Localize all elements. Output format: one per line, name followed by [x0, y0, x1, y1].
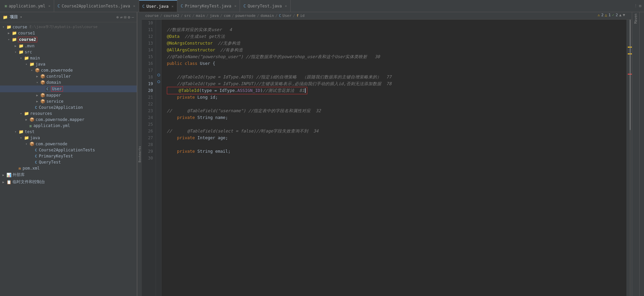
code-token: private [177, 94, 195, 101]
code-token [169, 87, 179, 94]
tree-item-com-powernode-test[interactable]: ▾ 📦 com.powernode [0, 141, 137, 147]
scrollbar-thumb[interactable] [630, 20, 630, 130]
breadcrumb-domain[interactable]: domain [261, 14, 274, 18]
breadcrumb-powernode[interactable]: powernode [236, 14, 256, 18]
project-dropdown-arrow[interactable]: ▾ [20, 15, 22, 19]
maven-label[interactable]: Maven [634, 14, 638, 24]
tree-item-java-main[interactable]: ▾ 📁 java [0, 61, 137, 67]
code-line-24: private String name; [167, 114, 626, 121]
tree-item-powernode-mapper[interactable]: ▶ 📦 com.powernode.mapper [0, 117, 137, 123]
tree-item-main[interactable]: ▾ 📁 main [0, 55, 137, 61]
tree-item-course2-app-tests[interactable]: C Course2ApplicationTests [0, 147, 137, 153]
breadcrumb-id-icon: f [296, 14, 299, 18]
pom-icon: m [19, 166, 21, 171]
tree-item-controller[interactable]: ▶ 📦 controller [0, 73, 137, 79]
line-numbers: 10 11 12 13 14 15 16 17 18 19 20 21 22 2… [142, 20, 156, 296]
breadcrumb-id[interactable]: id [300, 14, 305, 18]
tree-item-domain[interactable]: ▾ 📦 domain [0, 79, 137, 85]
tab-course2-app-tests[interactable]: C Course2ApplicationTests.java ✕ [54, 0, 139, 12]
breadcrumb-main[interactable]: main [196, 14, 205, 18]
code-lines[interactable]: //数据库对应的实体类user 4 @Data //生成set get方法 @N… [161, 20, 626, 296]
folder-icon: 📁 [24, 111, 29, 116]
expand-arrow: ▾ [7, 38, 11, 41]
package-icon: 📦 [40, 99, 45, 104]
breadcrumb-course2[interactable]: course2 [163, 14, 179, 18]
tab-primary-key-test[interactable]: C PrimaryKeyTest.java ✕ [177, 0, 240, 12]
tree-item-external-libs[interactable]: ▶ 📊 外部库 [0, 171, 137, 178]
tree-label-course2: course2 [18, 37, 37, 42]
code-token [167, 114, 177, 121]
tree-item-user[interactable]: C User [0, 85, 137, 92]
tree-item-pom-xml[interactable]: m pom.xml [0, 165, 137, 171]
tree-item-course1[interactable]: ▶ 📁 course1 [0, 30, 137, 36]
tree-label-powernode-mapper: com.powernode.mapper [36, 117, 85, 122]
tree-item-test[interactable]: ▾ 📁 test [0, 129, 137, 135]
folder-icon: 📁 [24, 56, 29, 60]
tree-label-com-powernode-test: com.powernode [36, 142, 67, 146]
chevron-up[interactable]: ▲ [619, 13, 622, 17]
tree-root-course[interactable]: ▾ 📁 course E:\java学习\mybatis-plus\course [0, 24, 137, 30]
tab-label: Course2ApplicationTests.java [62, 4, 130, 8]
add-icon[interactable]: ⊕ [116, 15, 119, 20]
breadcrumb-user[interactable]: User [283, 14, 292, 18]
tree-item-primary-key-test[interactable]: C PrimaryKeyTest [0, 153, 137, 159]
breadcrumb-course[interactable]: course [145, 14, 159, 18]
tree-label-src: src [25, 50, 32, 54]
code-line-18: //@TableId(type = IdType.AUTO) //指定id的自增… [167, 74, 626, 80]
right-gutter[interactable] [626, 20, 632, 296]
tree-item-query-test[interactable]: C QueryTest [0, 159, 137, 165]
breadcrumb-com[interactable]: com [224, 14, 230, 18]
tab-close-btn[interactable]: ✕ [285, 4, 287, 8]
tab-close-btn[interactable]: ✕ [133, 4, 135, 8]
tree-item-mvn[interactable]: ▶ 📁 .mvn [0, 43, 137, 49]
settings-icon[interactable]: ⚙ [128, 15, 130, 20]
java-icon: C [142, 4, 145, 9]
tree-item-app-yml[interactable]: ▣ application.yml [0, 123, 137, 129]
warnings-bar: ⚠ 2 △ 1 ✓ 2 ▲ ▼ [598, 13, 625, 17]
file-tree: ▾ 📁 course E:\java学习\mybatis-plus\course… [0, 22, 137, 187]
tab-close-btn[interactable]: ✕ [48, 4, 50, 8]
code-line-23: // @TableField("username") //指定表中的字段名和属性… [167, 107, 626, 114]
project-toolbar: 📁 项目 ▾ ⊕ ⇌ ⊟ ⚙ — [0, 12, 137, 22]
yaml-icon: ▣ [5, 4, 7, 8]
tree-item-mapper[interactable]: ▶ 📦 mapper [0, 92, 137, 98]
tree-item-src[interactable]: ▾ 📁 src [0, 49, 137, 55]
tab-close-btn[interactable]: ✕ [234, 4, 236, 8]
tree-item-com-powernode[interactable]: ▾ 📦 com.powernode [0, 67, 137, 73]
tree-item-service[interactable]: ▶ 📦 service [0, 98, 137, 104]
tab-close-btn[interactable]: ✕ [172, 4, 174, 8]
tree-label-pom-xml: pom.xml [23, 166, 40, 171]
sync-icon[interactable]: ⇌ [120, 15, 123, 20]
tab-user-java[interactable]: C User.java ✕ [139, 0, 177, 12]
expand-arrow: ▾ [24, 63, 28, 66]
tree-label-resources: resources [30, 111, 52, 116]
breadcrumb: course / course2 / src / main / java / c… [142, 12, 632, 20]
java-class-icon: C [46, 87, 49, 91]
package-icon: 📦 [29, 117, 35, 122]
tab-application-yml[interactable]: ▣ application.yml ✕ [1, 0, 54, 12]
cursor [305, 88, 306, 93]
breadcrumb-src[interactable]: src [184, 14, 191, 18]
minimize-icon[interactable]: — [132, 15, 134, 20]
split-icon[interactable]: ⊟ [639, 4, 641, 8]
tree-item-resources[interactable]: ▾ 📁 resources [0, 110, 137, 117]
tab-query-test[interactable]: C QueryTest.java ✕ [240, 0, 290, 12]
gutter-marker-20 [157, 80, 160, 83]
chevron-down[interactable]: ▼ [623, 13, 625, 17]
breadcrumb-java[interactable]: java [210, 14, 219, 18]
tree-item-temp-console[interactable]: ▶ 📋 临时文件和控制台 [0, 178, 137, 186]
more-tabs-icon[interactable]: ⋮ [634, 4, 638, 8]
ok-count: 2 [616, 13, 618, 17]
collapse-icon[interactable]: ⊟ [124, 15, 126, 20]
alert-count: 1 [608, 13, 611, 17]
code-token [182, 60, 185, 67]
main-area: 📁 项目 ▾ ⊕ ⇌ ⊟ ⚙ — ▾ 📁 course E:\java学习\my… [0, 12, 644, 296]
code-line-22 [167, 101, 626, 107]
tree-item-course2[interactable]: ▾ 📁 course2 [0, 36, 137, 43]
code-token: id; [207, 94, 218, 101]
tree-item-course2app[interactable]: C Course2Application [0, 104, 137, 110]
tab-label: application.yml [9, 4, 45, 8]
yaml-file-icon: ▣ [29, 124, 32, 128]
tree-item-java-test[interactable]: ▾ 📁 java [0, 135, 137, 141]
java-icon: C [243, 4, 246, 8]
